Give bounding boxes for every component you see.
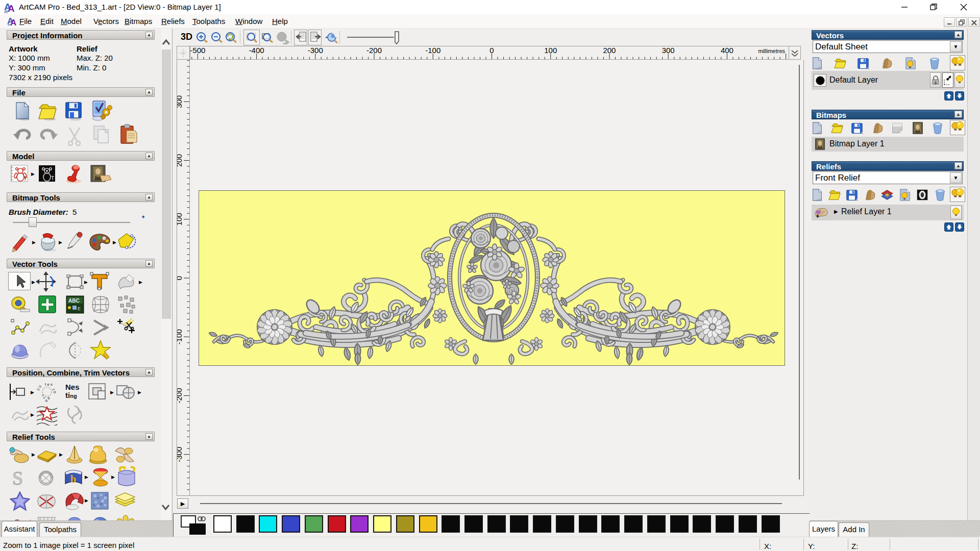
svg-text:T: T xyxy=(51,176,54,181)
svg-text:100: 100 xyxy=(544,46,557,55)
svg-text:S: S xyxy=(12,468,23,488)
svg-text:millimetres: millimetres xyxy=(758,48,785,54)
svg-text:-500: -500 xyxy=(190,46,205,55)
svg-text:b: b xyxy=(70,473,76,485)
svg-text:-300: -300 xyxy=(308,46,323,55)
svg-text:200: 200 xyxy=(177,154,183,167)
svg-text:400: 400 xyxy=(721,46,733,55)
svg-text:0: 0 xyxy=(177,276,183,280)
svg-text:-200: -200 xyxy=(366,46,382,55)
svg-text:c u: c u xyxy=(37,384,42,391)
svg-text:300: 300 xyxy=(662,46,675,55)
svg-text:100: 100 xyxy=(177,213,183,226)
svg-text:t e x: t e x xyxy=(45,382,53,387)
svg-text:ABC: ABC xyxy=(68,298,80,304)
svg-text:-400: -400 xyxy=(249,46,264,55)
svg-text:t o: t o xyxy=(51,388,57,395)
svg-text:Nes: Nes xyxy=(65,383,80,391)
svg-text:-200: -200 xyxy=(177,388,183,403)
svg-text:T: T xyxy=(23,176,27,182)
svg-text:ting: ting xyxy=(65,391,77,399)
svg-text:E: E xyxy=(78,306,81,311)
svg-text:0: 0 xyxy=(489,46,494,55)
svg-text:A: A xyxy=(10,18,16,27)
svg-text:300: 300 xyxy=(177,95,183,108)
svg-text:-300: -300 xyxy=(177,447,183,462)
svg-text:-100: -100 xyxy=(177,329,183,344)
svg-text:200: 200 xyxy=(603,46,616,55)
svg-text:-100: -100 xyxy=(425,46,440,55)
svg-text:A: A xyxy=(8,3,15,13)
